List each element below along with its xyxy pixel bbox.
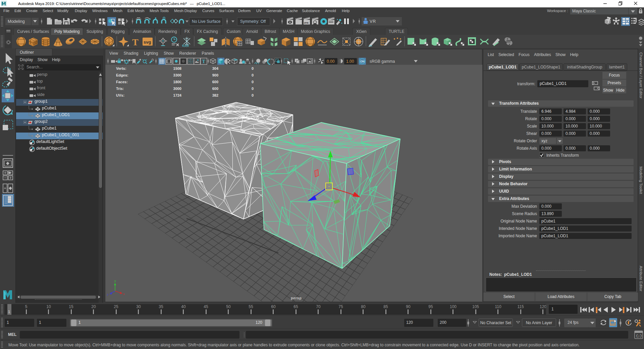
svg-text:1.00: 1.00: [346, 59, 354, 64]
svg-text:10: 10: [46, 304, 51, 309]
svg-text:80: 80: [361, 304, 366, 309]
svg-text:y: y: [114, 279, 116, 283]
svg-text:75: 75: [338, 304, 343, 309]
svg-text:z: z: [107, 293, 109, 296]
svg-text:sRGB gamma: sRGB gamma: [370, 59, 395, 64]
svg-text:T: T: [132, 37, 139, 47]
svg-text:95: 95: [428, 304, 433, 309]
svg-text:svg: svg: [144, 40, 151, 45]
svg-text:25: 25: [114, 304, 118, 309]
svg-text:90: 90: [406, 304, 411, 309]
svg-text:0.00: 0.00: [327, 59, 335, 64]
svg-text:x: x: [123, 292, 125, 296]
svg-text:110: 110: [495, 304, 501, 309]
svg-text:35: 35: [159, 304, 163, 309]
svg-text:105: 105: [472, 304, 479, 309]
svg-text:No Live Surface: No Live Surface: [192, 19, 221, 24]
svg-text:T: T: [202, 59, 206, 64]
svg-text:persp: persp: [291, 296, 302, 300]
svg-text:30: 30: [136, 304, 141, 309]
svg-text:1: 1: [8, 310, 10, 314]
svg-text:85: 85: [383, 304, 388, 309]
svg-text:55: 55: [249, 304, 253, 309]
svg-text:5: 5: [25, 304, 28, 309]
svg-text:IPR: IPR: [304, 21, 309, 24]
svg-text:VR: VR: [370, 19, 376, 24]
svg-text:Modeling: Modeling: [8, 19, 25, 24]
svg-text:115: 115: [517, 304, 524, 309]
svg-text:ON: ON: [360, 60, 365, 63]
svg-text:100: 100: [450, 304, 457, 309]
svg-text:{;}: {;}: [636, 334, 642, 338]
svg-text:60: 60: [271, 304, 276, 309]
svg-text:120: 120: [540, 304, 546, 309]
svg-text:50: 50: [226, 304, 231, 309]
svg-text:65: 65: [293, 304, 298, 309]
svg-text:0,0,0: 0,0,0: [182, 44, 189, 47]
svg-text:40: 40: [181, 304, 186, 309]
svg-text:15: 15: [69, 304, 73, 309]
svg-text:20: 20: [91, 304, 96, 309]
svg-text:45: 45: [204, 304, 208, 309]
svg-text:70: 70: [316, 304, 321, 309]
svg-text:Symmetry: Off: Symmetry: Off: [240, 19, 266, 24]
